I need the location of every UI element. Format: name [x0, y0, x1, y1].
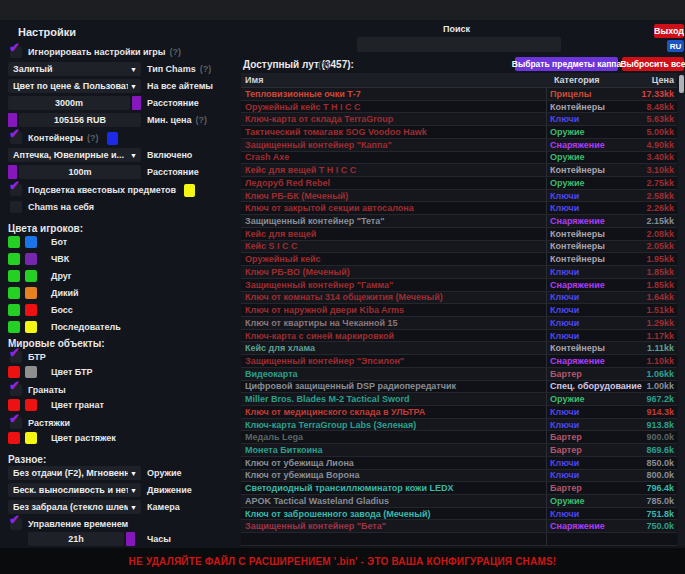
table-row[interactable]: Тепловизионные очки Т-7 Прицелы 17.33kk: [241, 88, 677, 101]
table-row[interactable]: Видеокарта Бартер 1.06kk: [241, 368, 677, 381]
table-row[interactable]: Ключ от закрытой секции автосалона Ключи…: [241, 202, 677, 215]
table-row[interactable]: Crash Axe Оружие 3.40kk: [241, 152, 677, 165]
player-color-swatch-1[interactable]: [8, 287, 20, 299]
player-color-swatch-2[interactable]: [25, 236, 37, 248]
language-button[interactable]: RU: [667, 40, 684, 52]
exit-button[interactable]: Выход: [654, 24, 684, 38]
table-row[interactable]: Ключ от медицинского склада в УЛЬТРА Клю…: [241, 406, 677, 419]
drop-all-button[interactable]: Выбросить все: [622, 57, 684, 71]
help-icon[interactable]: (?): [318, 60, 330, 70]
item-name: Ключ-карта от склада TerraGroup: [241, 113, 547, 125]
help-icon[interactable]: (?): [200, 64, 212, 74]
hours-slider[interactable]: 21h: [28, 532, 135, 546]
table-row[interactable]: Ключ от комнаты 314 общежития (Меченый) …: [241, 292, 677, 305]
grenade-color-swatch-2[interactable]: [25, 399, 37, 411]
chams-self-checkbox[interactable]: ✔: [10, 201, 22, 213]
item-price: 17.33kk: [630, 89, 677, 99]
player-color-swatch-2[interactable]: [25, 287, 37, 299]
min-price-slider[interactable]: 105156 RUB: [8, 113, 141, 127]
help-icon[interactable]: (?): [169, 47, 181, 57]
table-row[interactable]: [241, 533, 677, 546]
tripwire-color-swatch-1[interactable]: [8, 432, 20, 444]
loot-table-header: Имя Категория Цена: [241, 73, 677, 88]
item-price: 1.95kk: [630, 254, 677, 264]
player-color-swatch-2[interactable]: [25, 253, 37, 265]
slider-handle[interactable]: [8, 113, 17, 127]
tripwires-checkbox[interactable]: ✔: [10, 417, 22, 429]
table-row[interactable]: Ключ от заброшенного завода (Меченый) Кл…: [241, 508, 677, 521]
containers-color-swatch[interactable]: [107, 132, 118, 145]
scrollbar-thumb[interactable]: [679, 75, 684, 93]
quest-highlight-checkbox[interactable]: ✔: [10, 184, 22, 196]
slider-handle[interactable]: [8, 165, 17, 179]
table-row[interactable]: Miller Bros. Blades M-2 Tactical Sword О…: [241, 393, 677, 406]
table-row[interactable]: Монета Биткоина Бартер 869.6k: [241, 444, 677, 457]
table-row[interactable]: Медаль Lega Бартер 900.0k: [241, 431, 677, 444]
tripwires-label: Растяжки: [28, 418, 70, 428]
table-row[interactable]: Ключ от наружной двери Kiba Arms Ключи 1…: [241, 304, 677, 317]
table-row[interactable]: Оружейный кейс Контейнеры 1.95kk: [241, 253, 677, 266]
player-color-swatch-1[interactable]: [8, 321, 20, 333]
player-color-swatch-2[interactable]: [25, 304, 37, 316]
table-row[interactable]: Кейс S I C C Контейнеры 2.05kk: [241, 241, 677, 254]
select-kappa-items-button[interactable]: Выбрать предметы каппа: [515, 57, 618, 71]
camera-dropdown[interactable]: Без забрала (стекло шлема) ▼: [8, 500, 141, 514]
table-row[interactable]: Тактический томагавк SOG Voodoo Hawk Ору…: [241, 126, 677, 139]
table-row[interactable]: Ключ-карта от склада TerraGroup Ключи 5.…: [241, 113, 677, 126]
table-row[interactable]: Ключ-карта TerraGroup Labs (Зеленая) Клю…: [241, 419, 677, 432]
column-header-price[interactable]: Цена: [634, 75, 677, 85]
table-row[interactable]: Защищенный контейнер "Бета" Снаряжение 7…: [241, 520, 677, 533]
column-header-category[interactable]: Категория: [551, 75, 634, 85]
table-row[interactable]: Ключ от квартиры на Чеканной 15 Ключи 1.…: [241, 317, 677, 330]
slider-handle[interactable]: [132, 96, 141, 110]
search-input[interactable]: [357, 37, 561, 52]
containers-filter-dropdown[interactable]: Аптечка, Ювелирные и... ▼: [8, 148, 141, 162]
table-row[interactable]: Ключ РБ-ВО (Меченый) Ключи 1.85kk: [241, 266, 677, 279]
grenades-checkbox[interactable]: ✔: [10, 384, 22, 396]
player-color-row: Дикий: [8, 286, 79, 300]
quest-highlight-color-swatch[interactable]: [184, 184, 195, 197]
table-row[interactable]: APOK Tactical Wasteland Gladius Оружие 7…: [241, 495, 677, 508]
containers-distance-slider[interactable]: 100m: [8, 165, 141, 179]
distance-slider[interactable]: 3000m: [8, 96, 141, 110]
containers-checkbox[interactable]: ✔: [10, 132, 22, 144]
tripwire-color-swatch-2[interactable]: [25, 432, 37, 444]
btr-color-swatch-1[interactable]: [8, 366, 20, 378]
time-control-checkbox[interactable]: ✔: [10, 518, 22, 530]
all-items-dropdown[interactable]: Цвет по цене & Пользователь ▼: [8, 79, 141, 93]
help-icon[interactable]: (?): [195, 115, 207, 125]
table-row[interactable]: Кейс для хлама Контейнеры 1.11kk: [241, 342, 677, 355]
table-row[interactable]: Защищенный контейнер "Гамма" Снаряжение …: [241, 279, 677, 292]
item-category: Контейнеры: [547, 254, 630, 264]
player-color-swatch-1[interactable]: [8, 236, 20, 248]
btr-checkbox[interactable]: ✔: [10, 351, 22, 363]
table-row[interactable]: Кейс для вещей Контейнеры 2.08kk: [241, 228, 677, 241]
table-row[interactable]: Ключ от убежища Лиона Ключи 850.0k: [241, 457, 677, 470]
table-row[interactable]: Защищенный контейнер "Тета" Снаряжение 2…: [241, 215, 677, 228]
table-row[interactable]: Ключ-карта с синей маркировкой Ключи 1.1…: [241, 330, 677, 343]
ignore-game-settings-checkbox[interactable]: ✔: [10, 46, 22, 58]
table-row[interactable]: Оружейный кейс T H I C C Контейнеры 8.48…: [241, 101, 677, 114]
table-row[interactable]: Ключ РБ-БК (Меченый) Ключи 2.58kk: [241, 190, 677, 203]
table-row[interactable]: Защищенный контейнер "Эпсилон" Снаряжени…: [241, 355, 677, 368]
chams-type-dropdown[interactable]: Залитый ▼: [8, 62, 141, 76]
weapon-dropdown[interactable]: Без отдачи (F2), Мгновенное п ▼: [8, 466, 141, 480]
player-color-swatch-2[interactable]: [25, 270, 37, 282]
player-color-swatch-1[interactable]: [8, 304, 20, 316]
table-row[interactable]: Светодиодный трансиллюминатор кожи LEDX …: [241, 482, 677, 495]
slider-handle[interactable]: [126, 532, 135, 546]
table-row[interactable]: Ледоруб Red Rebel Оружие 2.75kk: [241, 177, 677, 190]
player-color-swatch-1[interactable]: [8, 270, 20, 282]
player-color-swatch-1[interactable]: [8, 253, 20, 265]
table-row[interactable]: Цифровой защищенный DSP радиопередатчик …: [241, 381, 677, 394]
help-icon[interactable]: (?): [87, 133, 99, 143]
table-row[interactable]: Защищенный контейнер "Каппа" Снаряжение …: [241, 139, 677, 152]
table-scrollbar[interactable]: [678, 73, 685, 546]
player-color-swatch-2[interactable]: [25, 321, 37, 333]
table-row[interactable]: Ключ от убежища Ворона Ключи 800.0k: [241, 470, 677, 483]
btr-color-swatch-2[interactable]: [25, 366, 37, 378]
movement-dropdown[interactable]: Беск. выносливость и нет уста ▼: [8, 483, 141, 497]
column-header-name[interactable]: Имя: [241, 75, 551, 85]
grenade-color-swatch-1[interactable]: [8, 399, 20, 411]
table-row[interactable]: Кейс для вещей T H I C C Контейнеры 3.10…: [241, 164, 677, 177]
